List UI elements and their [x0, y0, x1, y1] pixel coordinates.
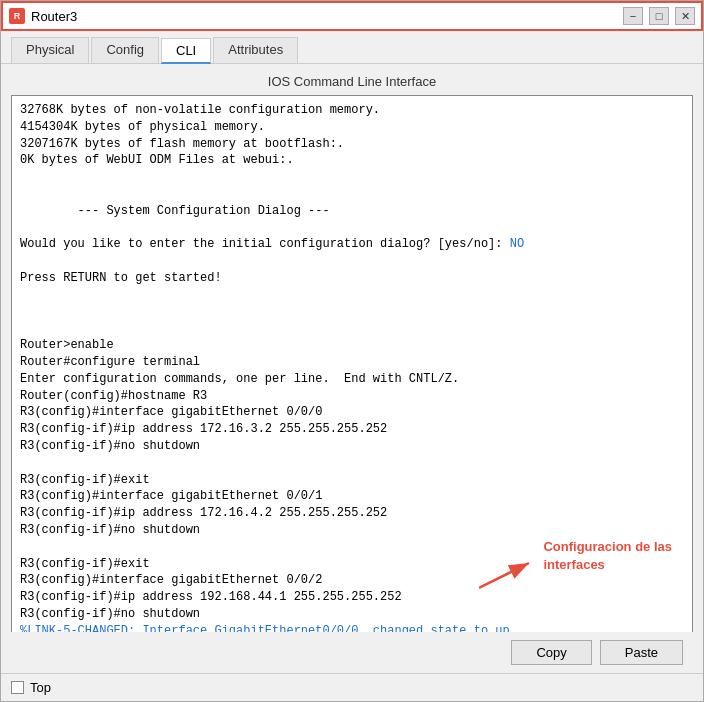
- svg-line-1: [479, 563, 529, 588]
- link-changed-1: %LINK-5-CHANGED: Interface GigabitEthern…: [20, 624, 510, 632]
- paste-button[interactable]: Paste: [600, 640, 683, 665]
- tab-cli[interactable]: CLI: [161, 38, 211, 64]
- arrow-icon: [479, 558, 539, 599]
- annotation-text: Configuracion de las interfaces: [543, 538, 672, 574]
- minimize-button[interactable]: −: [623, 7, 643, 25]
- section-title: IOS Command Line Interface: [11, 74, 693, 89]
- tab-attributes[interactable]: Attributes: [213, 37, 298, 63]
- title-bar-left: R Router3: [9, 8, 77, 24]
- footer: Top: [1, 673, 703, 701]
- button-row: Copy Paste: [11, 632, 693, 673]
- top-checkbox[interactable]: [11, 681, 24, 694]
- close-button[interactable]: ✕: [675, 7, 695, 25]
- top-label: Top: [30, 680, 51, 695]
- main-window: R Router3 − □ ✕ Physical Config CLI Attr…: [0, 0, 704, 702]
- title-bar: R Router3 − □ ✕: [1, 1, 703, 31]
- router-icon: R: [9, 8, 25, 24]
- terminal[interactable]: 32768K bytes of non-volatile configurati…: [11, 95, 693, 632]
- tab-physical[interactable]: Physical: [11, 37, 89, 63]
- tab-bar: Physical Config CLI Attributes: [1, 31, 703, 64]
- terminal-container: 32768K bytes of non-volatile configurati…: [11, 95, 693, 632]
- copy-button[interactable]: Copy: [511, 640, 591, 665]
- tab-config[interactable]: Config: [91, 37, 159, 63]
- title-controls: − □ ✕: [623, 7, 695, 25]
- annotation-container: Configuracion de las interfaces: [479, 538, 672, 599]
- window-title: Router3: [31, 9, 77, 24]
- content-area: IOS Command Line Interface 32768K bytes …: [1, 64, 703, 673]
- arrow-svg: [479, 558, 539, 593]
- no-response: NO: [510, 237, 524, 251]
- maximize-button[interactable]: □: [649, 7, 669, 25]
